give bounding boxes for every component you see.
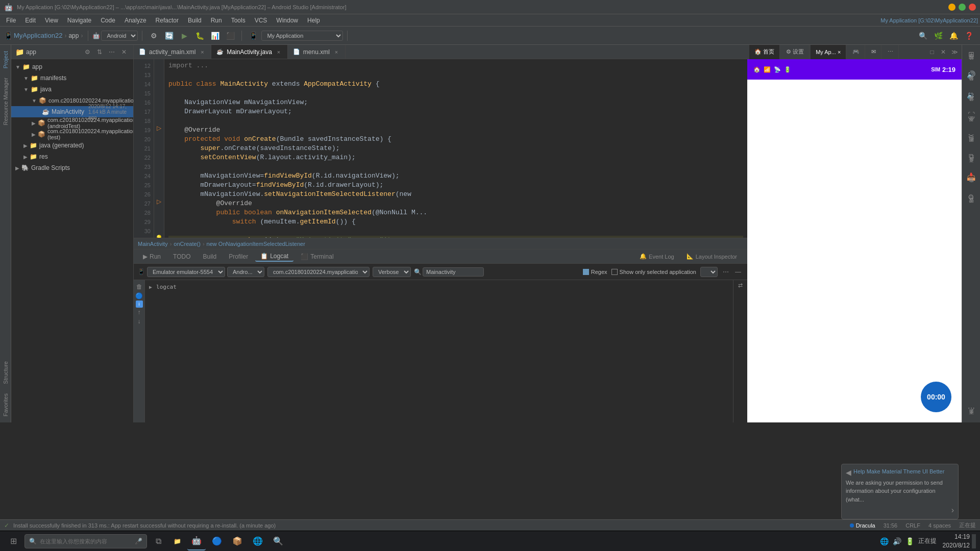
- tree-item-mainactivity[interactable]: ☕ MainActivity 2020/8/12 14:17, 1.64 kB …: [11, 106, 133, 117]
- taskbar-search-input[interactable]: [40, 538, 132, 544]
- menu-navigate[interactable]: Navigate: [63, 16, 95, 25]
- emulator-gamepad-tab[interactable]: 🎮: [847, 45, 865, 59]
- minimize-button[interactable]: –: [948, 4, 955, 11]
- tab-menu-xml[interactable]: 📄 menu.xml ×: [288, 45, 346, 59]
- filter-input[interactable]: [423, 267, 484, 277]
- clear-icon[interactable]: 🗑: [136, 283, 142, 290]
- menu-window[interactable]: Window: [272, 16, 302, 25]
- breadcrumb-app[interactable]: app: [68, 32, 79, 39]
- down-arrow[interactable]: ↓: [138, 318, 141, 325]
- expand-icon[interactable]: ⇅: [94, 47, 105, 57]
- settings-btn[interactable]: ⚙: [146, 29, 161, 43]
- emulator-app-tab[interactable]: My Ap... ×: [811, 45, 846, 59]
- show-selected-checkbox[interactable]: [611, 269, 618, 275]
- screenshot-icon[interactable]: ✂: [964, 129, 978, 143]
- taskbar-android-studio[interactable]: 🤖: [187, 532, 206, 550]
- event-log-tab[interactable]: 🔔 Event Log: [640, 253, 674, 260]
- emulator-close-tab[interactable]: ✕: [938, 47, 948, 57]
- sync-btn[interactable]: 🔄: [162, 29, 176, 43]
- tree-item-res[interactable]: ▶ 📁 res: [11, 151, 133, 162]
- notifications-btn[interactable]: 🔔: [946, 29, 961, 43]
- emulator-mail-tab[interactable]: ✉: [866, 45, 881, 59]
- menu-build[interactable]: Build: [184, 16, 206, 25]
- tree-item-gradle[interactable]: ▶ 🐘 Gradle Scripts: [11, 162, 133, 173]
- package-selector[interactable]: com.c201801020224.myapplicatio...: [267, 267, 370, 277]
- close-tab-menu[interactable]: ×: [333, 48, 340, 56]
- taskbar-clock[interactable]: 14:19 2020/8/12: [943, 533, 970, 550]
- tree-item-test[interactable]: ▶ 📦 com.c201801020224.myapplication (tes…: [11, 129, 133, 140]
- search-everywhere-btn[interactable]: 🔍: [916, 29, 930, 43]
- gear-icon[interactable]: ⚙: [82, 47, 92, 57]
- close-tab-mainactivity[interactable]: ×: [275, 48, 282, 56]
- volume-up-icon[interactable]: 🔊: [964, 67, 978, 82]
- encoding[interactable]: CRLF: [905, 522, 920, 529]
- emulator-more-tabs[interactable]: ⋯: [883, 45, 899, 59]
- project-name[interactable]: MyApplication22: [14, 32, 62, 39]
- tab-activity-main-xml[interactable]: 📄 activity_main.xml ×: [134, 45, 211, 59]
- wrap-icon[interactable]: ⇄: [738, 282, 743, 289]
- menu-vcs[interactable]: VCS: [251, 16, 272, 25]
- regex-checkbox[interactable]: [583, 269, 589, 275]
- tab-run[interactable]: ▶ Run: [138, 252, 166, 261]
- multi-open-icon[interactable]: ⧉: [964, 149, 978, 163]
- regex-label[interactable]: Regex: [583, 269, 607, 275]
- control-icon[interactable]: ⊞: [964, 47, 978, 61]
- start-button[interactable]: ⊞: [4, 532, 22, 550]
- menu-tools[interactable]: Tools: [227, 16, 250, 25]
- help-back-icon[interactable]: ◀: [846, 468, 851, 477]
- avd-btn[interactable]: 📱: [246, 29, 260, 43]
- tree-item-manifests[interactable]: ▼ 📁 manifests: [11, 72, 133, 84]
- layout-inspector-tab[interactable]: 📐 Layout Inspector: [687, 253, 737, 260]
- emulator-home-tab[interactable]: 🏠 首页: [749, 45, 780, 59]
- breadcrumb-listener[interactable]: new OnNavigationItemSelectedListener: [207, 241, 305, 247]
- show-selected-dropdown[interactable]: [700, 267, 718, 277]
- scroll-icon[interactable]: 🔵: [135, 292, 143, 299]
- menu-edit[interactable]: Edit: [21, 16, 40, 25]
- favorites-tab[interactable]: Favorites: [1, 389, 10, 420]
- debug-btn[interactable]: 🐛: [192, 29, 207, 43]
- menu-view[interactable]: View: [41, 16, 62, 25]
- ime-icon[interactable]: 正在提: [918, 537, 937, 545]
- taskbar-explorer[interactable]: 📁: [169, 532, 185, 550]
- tab-profiler[interactable]: Profiler: [224, 252, 253, 261]
- log-level-selector[interactable]: Verbose: [373, 267, 411, 277]
- tree-item-java[interactable]: ▼ 📁 java: [11, 84, 133, 95]
- emulator-expand[interactable]: ≫: [949, 47, 960, 57]
- close-tab-activity-main[interactable]: ×: [199, 48, 206, 56]
- show-desktop-btn[interactable]: [972, 534, 976, 548]
- battery-tray-icon[interactable]: 🔋: [905, 537, 914, 545]
- help-link[interactable]: Help Make Material Theme UI Better: [853, 468, 944, 474]
- install-icon[interactable]: 📥: [964, 169, 978, 184]
- menu-code[interactable]: Code: [96, 16, 119, 25]
- emulator-settings-icon[interactable]: ⚙: [964, 190, 978, 204]
- android-selector[interactable]: Android: [101, 31, 138, 41]
- indent[interactable]: 4 spaces: [928, 522, 951, 529]
- menu-refactor[interactable]: Refactor: [152, 16, 183, 25]
- tree-item-app[interactable]: ▼ 📁 app: [11, 61, 133, 72]
- task-view-btn[interactable]: ⧉: [149, 532, 167, 550]
- git-btn[interactable]: 🌿: [931, 29, 945, 43]
- logcat-main[interactable]: ▶ logcat: [145, 280, 733, 422]
- tab-build[interactable]: Build: [198, 252, 222, 261]
- code-content[interactable]: import ... public class MainActivity ext…: [164, 59, 747, 238]
- help-next-icon[interactable]: ›: [951, 506, 954, 515]
- taskbar-app-1[interactable]: 🔵: [208, 532, 226, 550]
- emulator-selector[interactable]: Emulator emulator-5554: [147, 267, 225, 277]
- emulator-new-tab[interactable]: □: [927, 47, 937, 57]
- help-btn[interactable]: ❓: [962, 29, 976, 43]
- menu-file[interactable]: File: [2, 16, 20, 25]
- more-icon[interactable]: ⋯: [107, 47, 117, 57]
- info-btn[interactable]: i: [136, 300, 143, 308]
- device-selector[interactable]: My Application: [261, 31, 343, 41]
- menu-help[interactable]: Help: [303, 16, 324, 25]
- run-btn[interactable]: ▶: [177, 29, 191, 43]
- breadcrumb-oncreate[interactable]: onCreate(): [174, 241, 201, 247]
- tree-item-java-gen[interactable]: ▶ 📁 java (generated): [11, 140, 133, 151]
- project-tab[interactable]: Project: [1, 47, 10, 72]
- resource-manager-tab[interactable]: Resource Manager: [1, 73, 10, 130]
- network-icon[interactable]: 🌐: [880, 537, 889, 545]
- tab-mainactivity-java[interactable]: ☕ MainActivity.java ×: [211, 45, 287, 59]
- tab-logcat[interactable]: 📋 Logcat: [255, 252, 293, 262]
- close-panel-btn[interactable]: ✕: [119, 47, 129, 57]
- more-options-icon[interactable]: ⋯: [964, 401, 978, 415]
